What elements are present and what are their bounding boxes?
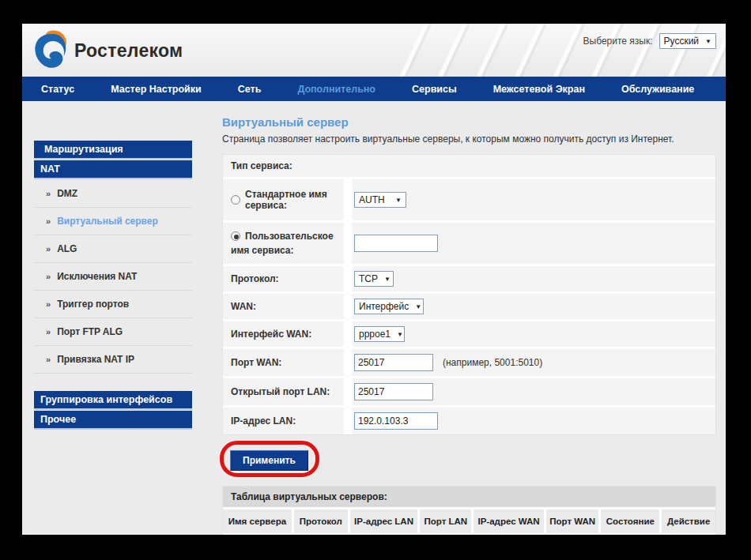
protocol-select[interactable]: TCP ▼ bbox=[354, 271, 394, 287]
router-admin-page: Ростелеком Выберите язык: Русский ▼ Стат… bbox=[22, 24, 726, 535]
nav-network[interactable]: Сеть bbox=[238, 84, 262, 95]
sidebar-item-port-trigger[interactable]: » Триггер портов bbox=[34, 291, 192, 318]
wan-port-label: Порт WAN: bbox=[223, 349, 344, 376]
chevron-right-icon: » bbox=[46, 245, 51, 254]
lan-open-port-label: Открытый порт LAN: bbox=[223, 378, 344, 405]
brand-name: Ростелеком bbox=[74, 40, 183, 62]
nav-services[interactable]: Сервисы bbox=[412, 84, 457, 95]
brand-logo: Ростелеком bbox=[32, 30, 183, 71]
language-select[interactable]: Русский ▼ bbox=[659, 33, 716, 49]
col-action: Действие bbox=[662, 509, 715, 533]
rostelecom-swirl-icon bbox=[32, 30, 70, 71]
sidebar-header-routing[interactable]: Маршрутизация bbox=[34, 141, 192, 158]
standard-service-name-select[interactable]: AUTH ▼ bbox=[354, 192, 406, 208]
custom-service-name-input[interactable] bbox=[354, 235, 438, 252]
standard-service-name-label: Стандартное имя сервиса: bbox=[245, 189, 339, 211]
language-label: Выберите язык: bbox=[583, 36, 653, 47]
col-wan-port: Порт WAN bbox=[546, 509, 599, 533]
nav-setup-wizard[interactable]: Мастер Настройки bbox=[111, 84, 202, 95]
protocol-label: Протокол: bbox=[223, 266, 344, 291]
lan-open-port-input[interactable] bbox=[354, 383, 433, 400]
standard-service-name-radio[interactable] bbox=[231, 195, 240, 205]
table-header-row: Имя сервера Протокол IP-адрес LAN Порт L… bbox=[223, 509, 715, 533]
nav-firewall[interactable]: Межсетевой Экран bbox=[493, 84, 585, 95]
nav-status[interactable]: Статус bbox=[41, 84, 74, 95]
col-lan-port: Порт LAN bbox=[420, 509, 471, 533]
lan-ip-input[interactable] bbox=[354, 412, 438, 430]
virtual-servers-table: Таблица виртуальных серверов: Имя сервер… bbox=[222, 486, 716, 535]
main-content: Виртуальный сервер Страница позволяет на… bbox=[212, 101, 726, 535]
chevron-right-icon: » bbox=[46, 272, 51, 281]
wan-interface-label: Интерфейс WAN: bbox=[223, 321, 344, 347]
col-state: Состояние bbox=[601, 509, 659, 533]
chevron-right-icon: » bbox=[46, 190, 51, 198]
wan-port-hint: (например, 5001:5010) bbox=[443, 357, 542, 368]
chevron-down-icon: ▼ bbox=[397, 331, 403, 338]
nav-advanced[interactable]: Дополнительно bbox=[297, 84, 376, 95]
sidebar-item-alg[interactable]: » ALG bbox=[34, 235, 192, 263]
chevron-down-icon: ▼ bbox=[415, 303, 421, 310]
service-type-label: Тип сервиса: bbox=[223, 155, 715, 177]
custom-service-name-label: Пользовательское имя сервиса: bbox=[231, 231, 334, 256]
chevron-down-icon: ▼ bbox=[705, 38, 711, 45]
sidebar-item-nat-exclusions[interactable]: » Исключения NAT bbox=[34, 263, 192, 291]
sidebar: Маршрутизация NAT » DMZ » Виртуальный се… bbox=[22, 101, 212, 535]
sidebar-header-other[interactable]: Прочее bbox=[34, 411, 192, 428]
col-wan-ip: IP-адрес WAN bbox=[474, 509, 544, 533]
nav-maintenance[interactable]: Обслуживание bbox=[621, 84, 694, 95]
page-description: Страница позволяет настроить виртуальные… bbox=[222, 133, 716, 145]
table-caption: Таблица виртуальных серверов: bbox=[223, 487, 715, 507]
page-header: Ростелеком Выберите язык: Русский ▼ bbox=[22, 24, 726, 77]
lan-ip-label: IP-адрес LAN: bbox=[223, 408, 344, 434]
chevron-right-icon: » bbox=[46, 300, 51, 309]
sidebar-item-virtual-server[interactable]: » Виртуальный сервер bbox=[34, 208, 192, 235]
sidebar-header-nat[interactable]: NAT bbox=[34, 160, 192, 178]
sidebar-header-interface-grouping[interactable]: Группировка интерфейсов bbox=[34, 391, 192, 408]
page-title: Виртуальный сервер bbox=[222, 115, 716, 129]
wan-select[interactable]: Интерфейс ▼ bbox=[354, 299, 424, 314]
sidebar-item-nat-ip-binding[interactable]: » Привязка NAT IP bbox=[34, 346, 192, 374]
chevron-down-icon: ▼ bbox=[395, 197, 402, 204]
col-lan-ip: IP-адрес LAN bbox=[350, 509, 418, 533]
apply-button[interactable]: Применить bbox=[230, 450, 308, 471]
chevron-right-icon: » bbox=[46, 355, 51, 364]
col-protocol: Протокол bbox=[294, 509, 348, 533]
main-nav: Статус Мастер Настройки Сеть Дополнитель… bbox=[22, 77, 726, 101]
wan-interface-select[interactable]: pppoe1 ▼ bbox=[354, 326, 405, 342]
col-server-name: Имя сервера bbox=[223, 509, 292, 533]
virtual-server-form: Тип сервиса: Стандартное имя сервиса: AU… bbox=[222, 154, 716, 435]
chevron-down-icon: ▼ bbox=[384, 276, 391, 283]
chevron-right-icon: » bbox=[46, 328, 51, 336]
wan-port-input[interactable] bbox=[354, 354, 433, 371]
chevron-right-icon: » bbox=[46, 217, 51, 226]
wan-label: WAN: bbox=[223, 294, 344, 319]
sidebar-item-ftp-alg-port[interactable]: » Порт FTP ALG bbox=[34, 318, 192, 346]
custom-service-name-radio[interactable] bbox=[231, 231, 240, 241]
sidebar-item-dmz[interactable]: » DMZ bbox=[34, 180, 192, 208]
